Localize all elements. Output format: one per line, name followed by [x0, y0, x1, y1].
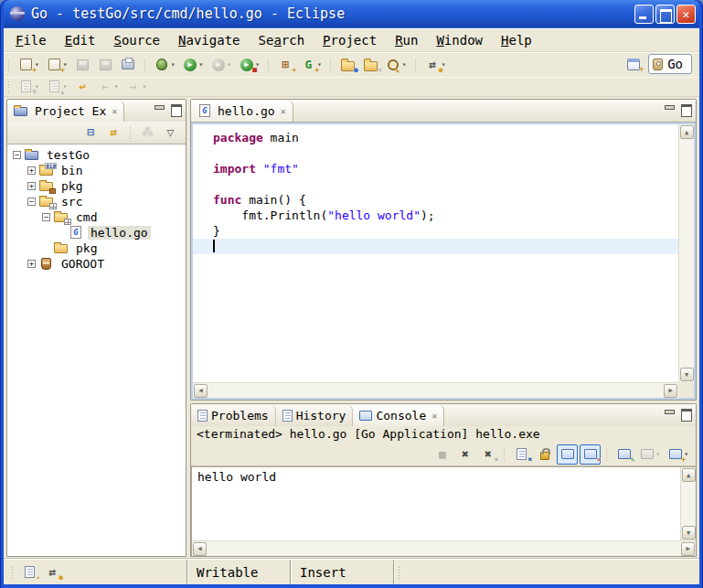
remove-launch-button[interactable]: ✖ [454, 444, 475, 465]
open-perspective-button[interactable]: + [623, 54, 644, 74]
project-tree[interactable]: −testGo+010bin+pkg−src−cmdGhello.gopkg+G… [7, 144, 186, 556]
menu-run[interactable]: Run [386, 30, 427, 50]
tree-item-label: GOROOT [59, 257, 107, 271]
collapse-all-button[interactable]: ⊟ [80, 123, 101, 143]
tab-problems[interactable]: Problems [191, 405, 276, 426]
tab-label: Problems [211, 409, 269, 422]
tab-history[interactable]: History [276, 405, 354, 426]
eclipse-app-icon[interactable] [10, 6, 25, 21]
navigation-toolbar: ▼▾▲▾↩←▾→▾ [4, 77, 699, 97]
tree-item-src[interactable]: −src [7, 194, 186, 209]
history-icon [282, 410, 293, 422]
menu-project[interactable]: Project [314, 30, 386, 50]
open-resource-button[interactable]: ▭ [360, 55, 381, 75]
new-go-element-button[interactable]: G+▾ [298, 55, 325, 75]
minimize-console-button[interactable] [663, 408, 676, 419]
scroll-lock-button[interactable] [534, 444, 555, 465]
maximize-view-button[interactable] [169, 103, 182, 114]
tab-hello-go[interactable]: G hello.go ✕ [191, 101, 293, 122]
scroll-right-icon[interactable]: ▶ [664, 384, 677, 398]
scroll-down-icon[interactable]: ▼ [682, 526, 696, 540]
scroll-left-icon[interactable]: ◀ [193, 542, 207, 556]
maximize-console-button[interactable] [679, 408, 692, 419]
remove-all-terminated-button[interactable]: ✖✕ [477, 444, 498, 465]
open-type-button[interactable]: ● [337, 55, 358, 75]
scroll-up-icon[interactable]: ▲ [680, 125, 694, 139]
external-tools-button[interactable]: ▶■▾ [236, 55, 262, 75]
window-maximize-button[interactable] [655, 5, 675, 24]
scroll-down-icon[interactable]: ▼ [680, 368, 694, 381]
tree-expander-icon[interactable]: + [27, 166, 36, 175]
tree-item-pkg[interactable]: +pkg [7, 178, 186, 194]
code-editor[interactable]: package main import "fmt" func main() { … [193, 124, 678, 382]
tab-console[interactable]: Console✕ [353, 405, 444, 426]
run-button[interactable]: ▶▾ [179, 55, 206, 75]
console-vertical-scrollbar[interactable]: ▲ ▼ [680, 467, 696, 540]
minimize-editor-button[interactable] [663, 103, 676, 114]
toggle-mark-occurrences-button[interactable]: ⇄●▾ [422, 55, 449, 75]
tree-expander-icon[interactable]: + [27, 182, 36, 190]
tree-expander-icon[interactable]: + [27, 260, 36, 268]
go-file-icon: G [69, 226, 84, 240]
menu-edit[interactable]: Edit [56, 30, 105, 50]
occurrences-button[interactable]: ⇄● [42, 562, 63, 583]
fast-view-button[interactable]: ✦ [19, 562, 40, 583]
close-view-icon[interactable]: ✕ [112, 106, 117, 116]
menu-source[interactable]: Source [104, 30, 169, 50]
minimize-view-button[interactable] [153, 103, 165, 114]
console-output[interactable]: hello world [192, 467, 680, 540]
tree-item-pkg[interactable]: pkg [7, 241, 186, 256]
view-menu-button[interactable]: ▽ [160, 123, 181, 143]
close-view-icon[interactable]: ✕ [431, 411, 437, 421]
tree-item-goroot[interactable]: +GOROOT [7, 256, 186, 272]
window-title: Go - testGo/src/cmd/hello.go - Eclipse [31, 5, 634, 22]
view-menu-icon: ▽ [163, 125, 178, 140]
tree-expander-icon[interactable]: − [13, 151, 21, 159]
tree-expander-icon[interactable]: − [27, 198, 36, 206]
toolbar-separator [605, 447, 609, 462]
scroll-right-icon[interactable]: ▶ [681, 542, 695, 556]
print-button[interactable] [118, 55, 139, 75]
maximize-editor-button[interactable] [679, 103, 692, 114]
tree-item-bin[interactable]: +010bin [7, 163, 186, 178]
menu-navigate[interactable]: Navigate [169, 30, 249, 50]
new-icon: + [18, 58, 34, 72]
window-close-button[interactable]: ✕ [676, 5, 696, 24]
code-line: package main [193, 130, 678, 145]
toolbar-separator [267, 58, 271, 72]
link-with-editor-button[interactable]: ⇄ [103, 123, 124, 143]
window-minimize-button[interactable] [634, 5, 654, 24]
show-stdout-button[interactable] [557, 444, 578, 465]
editor-horizontal-scrollbar[interactable]: ◀ ▶ [193, 382, 678, 398]
profile-icon: ▶ [210, 58, 226, 72]
new-project-button[interactable]: ⊞+ [275, 55, 296, 75]
tree-expander-icon[interactable]: − [42, 213, 50, 221]
save-all-icon [98, 58, 113, 72]
open-console-button[interactable]: +▾ [665, 444, 691, 465]
pin-console-button[interactable]: ✎ [613, 444, 634, 465]
scroll-up-icon[interactable]: ▲ [682, 468, 696, 482]
tree-item-hello-go[interactable]: Ghello.go [7, 225, 186, 241]
editor-vertical-scrollbar[interactable]: ▲ ▼ [678, 124, 694, 382]
last-edit-location-button[interactable]: ↩ [72, 77, 93, 97]
search-icon [386, 58, 401, 72]
menu-file[interactable]: File [6, 30, 56, 50]
clear-console-button[interactable]: ✖ [511, 444, 532, 465]
project-explorer-toolbar: ⊟⇄⁂▽ [7, 122, 186, 144]
go-perspective-button[interactable]: Go [648, 54, 692, 74]
scroll-left-icon[interactable]: ◀ [194, 384, 208, 398]
menu-search[interactable]: Search [250, 30, 314, 50]
new-wizard-button[interactable]: +▾ [44, 55, 70, 75]
forward-button: →▾ [122, 77, 149, 97]
show-stderr-button[interactable]: ✕ [580, 444, 601, 465]
tree-item-testgo[interactable]: −testGo [7, 147, 186, 163]
menu-help[interactable]: Help [492, 30, 541, 50]
close-editor-icon[interactable]: ✕ [281, 106, 286, 116]
menu-window[interactable]: Window [427, 30, 492, 50]
new-button[interactable]: +▾ [16, 55, 42, 75]
search-button[interactable]: ▾ [383, 55, 410, 75]
tab-project-explorer[interactable]: Project Ex ✕ [7, 101, 124, 122]
console-horizontal-scrollbar[interactable]: ◀ ▶ [192, 540, 696, 556]
debug-button[interactable]: ▾ [152, 55, 178, 75]
tree-item-cmd[interactable]: −cmd [7, 209, 186, 225]
